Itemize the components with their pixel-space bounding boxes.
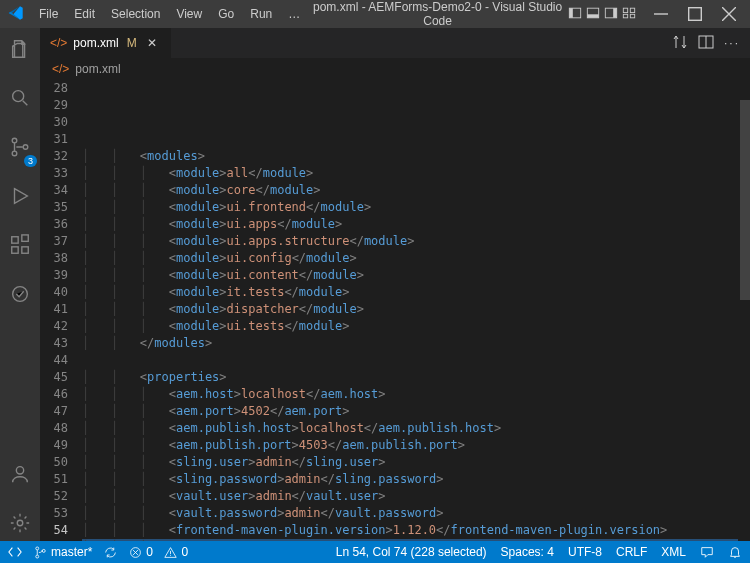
svg-rect-6 <box>623 8 627 12</box>
scm-badge: 3 <box>24 155 37 167</box>
menu-view[interactable]: View <box>169 3 209 25</box>
svg-point-14 <box>23 145 28 150</box>
toggle-primary-sidebar-icon[interactable] <box>568 6 582 23</box>
svg-rect-16 <box>12 247 18 253</box>
svg-point-21 <box>17 520 23 526</box>
remote-indicator[interactable] <box>8 545 22 559</box>
eol[interactable]: CRLF <box>616 545 647 559</box>
svg-point-11 <box>13 91 24 102</box>
notifications-icon[interactable] <box>728 545 742 559</box>
toggle-secondary-sidebar-icon[interactable] <box>604 6 618 23</box>
indentation[interactable]: Spaces: 4 <box>501 545 554 559</box>
code-content[interactable]: │ │ <modules>│ │ │ <module>all</module>│… <box>82 80 750 541</box>
menu-go[interactable]: Go <box>211 3 241 25</box>
window-minimize-button[interactable] <box>644 0 678 28</box>
svg-rect-8 <box>623 14 627 18</box>
menu-file[interactable]: File <box>32 3 65 25</box>
accounts-icon[interactable] <box>5 459 35 492</box>
vscode-logo-icon <box>8 5 24 24</box>
menu-bar: File Edit Selection View Go Run … <box>32 3 307 25</box>
title-bar: File Edit Selection View Go Run … pom.xm… <box>0 0 750 28</box>
svg-rect-1 <box>569 8 573 18</box>
menu-edit[interactable]: Edit <box>67 3 102 25</box>
compare-changes-icon[interactable] <box>672 34 688 53</box>
svg-point-24 <box>36 555 39 558</box>
more-actions-icon[interactable]: ··· <box>724 36 740 50</box>
run-debug-icon[interactable] <box>5 181 35 214</box>
svg-point-25 <box>42 549 45 552</box>
cursor-position[interactable]: Ln 54, Col 74 (228 selected) <box>336 545 487 559</box>
svg-rect-10 <box>689 8 702 21</box>
svg-rect-3 <box>587 14 598 18</box>
svg-rect-9 <box>630 14 634 18</box>
search-icon[interactable] <box>5 83 35 116</box>
vertical-scrollbar[interactable] <box>738 80 750 541</box>
menu-more[interactable]: … <box>281 3 307 25</box>
line-number-gutter: 2829303132333435363738394041424344454647… <box>40 80 82 541</box>
svg-point-12 <box>12 138 17 143</box>
editor[interactable]: 2829303132333435363738394041424344454647… <box>40 80 750 541</box>
settings-gear-icon[interactable] <box>5 508 35 541</box>
svg-rect-7 <box>630 8 634 12</box>
language-mode[interactable]: XML <box>661 545 686 559</box>
window-title: pom.xml - AEMForms-Demo2-0 - Visual Stud… <box>307 0 568 28</box>
tab-close-icon[interactable]: ✕ <box>143 36 161 50</box>
activity-bar: 3 <box>0 28 40 541</box>
tab-bar: </> pom.xml M ✕ ··· <box>40 28 750 58</box>
source-control-icon[interactable]: 3 <box>5 132 35 165</box>
tab-pom-xml[interactable]: </> pom.xml M ✕ <box>40 28 171 58</box>
xml-file-icon: </> <box>52 62 69 76</box>
explorer-icon[interactable] <box>5 34 35 67</box>
toggle-panel-icon[interactable] <box>586 6 600 23</box>
menu-run[interactable]: Run <box>243 3 279 25</box>
svg-point-20 <box>16 467 23 474</box>
customize-layout-icon[interactable] <box>622 6 636 23</box>
split-editor-icon[interactable] <box>698 34 714 53</box>
svg-rect-15 <box>12 237 18 243</box>
svg-rect-18 <box>22 235 28 241</box>
svg-rect-17 <box>22 247 28 253</box>
encoding[interactable]: UTF-8 <box>568 545 602 559</box>
tab-modified-indicator: M <box>127 36 137 50</box>
feedback-icon[interactable] <box>700 545 714 559</box>
sync-icon[interactable] <box>104 546 117 559</box>
test-icon[interactable] <box>5 279 35 312</box>
svg-rect-5 <box>613 8 617 18</box>
breadcrumb[interactable]: </> pom.xml <box>40 58 750 80</box>
git-branch[interactable]: master* <box>34 545 92 559</box>
menu-selection[interactable]: Selection <box>104 3 167 25</box>
window-close-button[interactable] <box>712 0 746 28</box>
tab-label: pom.xml <box>73 36 118 50</box>
svg-point-13 <box>12 151 17 156</box>
status-bar: master* 0 0 Ln 54, Col 74 (228 selected)… <box>0 541 750 563</box>
problems[interactable]: 0 0 <box>129 545 188 559</box>
svg-point-23 <box>36 546 39 549</box>
breadcrumb-file: pom.xml <box>75 62 120 76</box>
xml-file-icon: </> <box>50 36 67 50</box>
editor-group: </> pom.xml M ✕ ··· </> pom.xml 28293031… <box>40 28 750 541</box>
extensions-icon[interactable] <box>5 230 35 263</box>
window-maximize-button[interactable] <box>678 0 712 28</box>
